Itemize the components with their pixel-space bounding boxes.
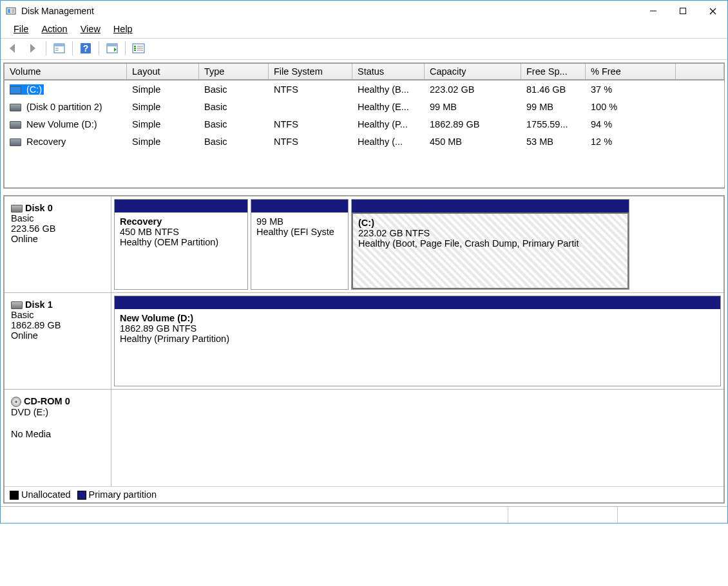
partition[interactable]: 99 MB Healthy (EFI Syste [251, 199, 349, 290]
cell-fs: NTFS [269, 82, 352, 97]
disk-row: Disk 1 Basic 1862.89 GB Online New Volum… [5, 293, 723, 390]
col-type[interactable]: Type [199, 64, 269, 79]
menu-view[interactable]: View [74, 23, 107, 35]
menubar: File Action View Help [1, 21, 727, 38]
disk-info[interactable]: CD-ROM 0 DVD (E:) No Media [5, 390, 111, 486]
properties-icon[interactable] [52, 41, 67, 56]
svg-rect-14 [107, 44, 117, 46]
volume-name: (C:) [26, 84, 42, 95]
disk-state: Online [11, 330, 104, 341]
legend-unallocated: Unallocated [21, 489, 71, 500]
volume-icon [10, 138, 21, 146]
partition-size: 1862.89 GB NTFS [120, 323, 715, 334]
partition-size: 223.02 GB NTFS [358, 228, 622, 238]
disk-type: Basic [11, 213, 104, 223]
disk-info[interactable]: Disk 0 Basic 223.56 GB Online [5, 196, 111, 292]
cell-status: Healthy (B... [352, 82, 425, 97]
legend-primary: Primary partition [89, 489, 157, 500]
svg-text:?: ? [83, 43, 89, 53]
cell-pct: 37 % [586, 82, 676, 97]
cell-capacity: 223.02 GB [425, 82, 521, 97]
partition-status: Healthy (Primary Partition) [120, 334, 715, 344]
disk-name: CD-ROM 0 [24, 396, 70, 406]
svg-rect-8 [54, 44, 64, 46]
partition-status: Healthy (EFI Syste [256, 227, 343, 237]
svg-rect-2 [12, 9, 14, 13]
disk-icon [11, 205, 23, 213]
titlebar: Disk Management [1, 1, 727, 21]
col-volume[interactable]: Volume [5, 64, 127, 79]
partition-size: 450 MB NTFS [120, 227, 242, 237]
cell-layout: Simple [127, 82, 199, 97]
volume-name: (Disk 0 partition 2) [26, 102, 102, 112]
cell-type: Basic [199, 82, 269, 97]
window-title: Disk Management [21, 6, 638, 16]
partition-name: New Volume (D:) [120, 313, 715, 323]
maximize-button[interactable] [668, 1, 698, 21]
col-pct-free[interactable]: % Free [586, 64, 676, 79]
partition-header [251, 200, 348, 213]
partition-status: Healthy (OEM Partition) [120, 237, 242, 247]
partition-status: Healthy (Boot, Page File, Crash Dump, Pr… [358, 238, 622, 249]
cdrom-state: No Media [11, 429, 104, 439]
svg-rect-4 [680, 8, 686, 14]
legend: Unallocated Primary partition [5, 486, 723, 502]
partition[interactable]: New Volume (D:) 1862.89 GB NTFS Healthy … [114, 296, 721, 386]
partition-selected[interactable]: (C:) 223.02 GB NTFS Healthy (Boot, Page … [351, 199, 629, 290]
menu-file[interactable]: File [7, 23, 35, 35]
volume-list-header: Volume Layout Type File System Status Ca… [5, 64, 724, 80]
col-spare[interactable] [676, 64, 724, 79]
disk-name: Disk 0 [25, 203, 53, 213]
disk-management-window: Disk Management File Action View Help ? … [0, 0, 728, 524]
back-button[interactable] [6, 41, 21, 56]
partition-name: Recovery [120, 216, 242, 227]
app-icon [6, 6, 16, 16]
volume-row[interactable]: (C:) Simple Basic NTFS Healthy (B... 223… [5, 80, 724, 98]
volume-icon [10, 86, 21, 94]
toolbar: ? [1, 38, 727, 60]
disk-row: CD-ROM 0 DVD (E:) No Media [5, 390, 723, 486]
volume-name: Recovery [26, 137, 66, 147]
disk-type: Basic [11, 310, 104, 320]
disk-info[interactable]: Disk 1 Basic 1862.89 GB Online [5, 293, 111, 389]
volume-name: New Volume (D:) [26, 119, 97, 129]
disk-icon [11, 301, 23, 309]
refresh-icon[interactable] [104, 41, 120, 56]
partition-name: (C:) [358, 218, 622, 228]
disk-row: Disk 0 Basic 223.56 GB Online Recovery 4… [5, 196, 723, 293]
volume-list[interactable]: Volume Layout Type File System Status Ca… [3, 62, 725, 189]
close-button[interactable] [698, 1, 727, 21]
disk-size: 1862.89 GB [11, 320, 104, 330]
disk-name: Disk 1 [25, 299, 53, 310]
volume-icon [10, 121, 21, 129]
cdrom-icon [11, 397, 21, 407]
col-free[interactable]: Free Sp... [521, 64, 586, 79]
help-icon[interactable]: ? [78, 41, 93, 56]
volume-row[interactable]: (Disk 0 partition 2) Simple Basic Health… [5, 98, 724, 115]
menu-help[interactable]: Help [107, 23, 139, 35]
col-filesystem[interactable]: File System [269, 64, 352, 79]
partition-header [352, 200, 629, 213]
cell-free: 81.46 GB [521, 82, 586, 97]
statusbar [1, 506, 727, 523]
partition-size: 99 MB [256, 216, 343, 227]
list-icon[interactable] [131, 41, 146, 56]
legend-primary-swatch [77, 491, 86, 500]
col-capacity[interactable]: Capacity [425, 64, 521, 79]
minimize-button[interactable] [638, 1, 668, 21]
disk-state: Online [11, 234, 104, 244]
volume-row[interactable]: Recovery Simple Basic NTFS Healthy (... … [5, 133, 724, 150]
volume-icon [10, 104, 21, 111]
col-layout[interactable]: Layout [127, 64, 199, 79]
partition-header [115, 200, 247, 213]
partition-header [115, 296, 720, 309]
graphical-view: Disk 0 Basic 223.56 GB Online Recovery 4… [3, 195, 725, 504]
forward-button[interactable] [25, 41, 41, 56]
volume-row[interactable]: New Volume (D:) Simple Basic NTFS Health… [5, 115, 724, 133]
legend-unallocated-swatch [10, 491, 19, 500]
disk-size: 223.56 GB [11, 223, 104, 234]
col-status[interactable]: Status [352, 64, 425, 79]
menu-action[interactable]: Action [35, 23, 73, 35]
partition[interactable]: Recovery 450 MB NTFS Healthy (OEM Partit… [114, 199, 248, 290]
cdrom-letter: DVD (E:) [11, 407, 104, 417]
